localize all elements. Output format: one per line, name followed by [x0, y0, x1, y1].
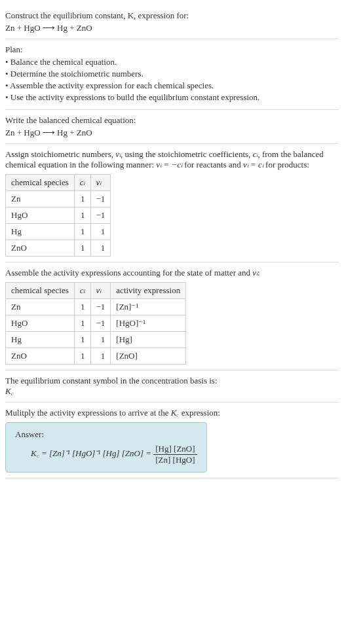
text: Assemble the activity expressions accoun… [5, 268, 252, 277]
cell-c: 1 [74, 315, 90, 332]
table-row: HgO 1 −1 [6, 207, 111, 224]
text: expression: [179, 408, 220, 418]
col-species: chemical species [6, 175, 75, 191]
plan-section: Plan: • Balance the chemical equation. •… [5, 39, 339, 110]
plan-item: • Determine the stoichiometric numbers. [5, 69, 339, 79]
relation: νᵢ = −cᵢ [156, 160, 182, 170]
cell-activity: [ZnO] [111, 348, 186, 365]
col-ci: cᵢ [74, 283, 90, 299]
table-row: ZnO 1 1 [ZnO] [6, 348, 186, 365]
activity-text: Assemble the activity expressions accoun… [5, 268, 339, 278]
table-row: Hg 1 1 [6, 224, 111, 240]
cell-c: 1 [74, 224, 90, 240]
table-row: Zn 1 −1 [6, 191, 111, 207]
table-row: HgO 1 −1 [HgO]⁻¹ [6, 315, 186, 332]
cell-nu: −1 [90, 315, 111, 332]
text: : [258, 268, 260, 277]
plan-header: Plan: [5, 45, 339, 55]
answer-expression: K꜀ = [Zn]⁻¹ [HgO]⁻¹ [Hg] [ZnO] = [Hg] [Z… [31, 444, 197, 465]
answer-box: Answer: K꜀ = [Zn]⁻¹ [HgO]⁻¹ [Hg] [ZnO] =… [5, 422, 207, 473]
cell-c: 1 [74, 299, 90, 315]
intro-equation: Zn + HgO ⟶ Hg + ZnO [5, 23, 339, 33]
plan-item: • Assemble the activity expression for e… [5, 80, 339, 91]
activity-section: Assemble the activity expressions accoun… [5, 262, 339, 370]
table-header-row: chemical species cᵢ νᵢ activity expressi… [6, 283, 186, 299]
cell-activity: [Hg] [111, 332, 186, 348]
stoich-section: Assign stoichiometric numbers, νᵢ, using… [5, 144, 339, 262]
table-header-row: chemical species cᵢ νᵢ [6, 175, 111, 191]
col-nu: νᵢ [90, 283, 111, 299]
text: Assign stoichiometric numbers, [5, 149, 115, 159]
cell-nu: 1 [90, 240, 111, 257]
cell-activity: [Zn]⁻¹ [111, 299, 186, 315]
intro-text: Construct the equilibrium constant, K, e… [5, 10, 339, 21]
plan-list: • Balance the chemical equation. • Deter… [5, 57, 339, 103]
balanced-section: Write the balanced chemical equation: Zn… [5, 110, 339, 144]
nu-symbol: νᵢ [252, 268, 258, 277]
balanced-equation: Zn + HgO ⟶ Hg + ZnO [5, 128, 339, 138]
cell-species: ZnO [6, 240, 75, 257]
table-row: Zn 1 −1 [Zn]⁻¹ [6, 299, 186, 315]
cell-species: Hg [6, 332, 75, 348]
col-ci: cᵢ [74, 175, 90, 191]
text: , using the stoichiometric coefficients, [121, 149, 253, 159]
cell-c: 1 [74, 207, 90, 224]
col-species: chemical species [6, 283, 75, 299]
cell-nu: −1 [90, 207, 111, 224]
intro-section: Construct the equilibrium constant, K, e… [5, 5, 339, 39]
balanced-text: Write the balanced chemical equation: [5, 115, 339, 126]
fraction-numerator: [Hg] [ZnO] [153, 444, 197, 455]
kc-symbol: K꜀ [5, 386, 339, 397]
stoich-table: chemical species cᵢ νᵢ Zn 1 −1 HgO 1 −1 … [5, 174, 111, 257]
plan-item: • Balance the chemical equation. [5, 57, 339, 67]
cell-nu: −1 [90, 191, 111, 207]
cell-c: 1 [74, 348, 90, 365]
cell-species: Hg [6, 224, 75, 240]
cell-c: 1 [74, 332, 90, 348]
multiply-text: Mulitply the activity expressions to arr… [5, 408, 339, 418]
plan-item: • Use the activity expressions to build … [5, 92, 339, 103]
cell-nu: 1 [90, 332, 111, 348]
table-row: ZnO 1 1 [6, 240, 111, 257]
cell-c: 1 [74, 240, 90, 257]
fraction-denominator: [Zn] [HgO] [153, 455, 197, 465]
text: for reactants and [182, 160, 243, 170]
col-activity: activity expression [111, 283, 186, 299]
relation: νᵢ = cᵢ [243, 160, 263, 170]
activity-table: chemical species cᵢ νᵢ activity expressi… [5, 282, 186, 365]
cell-species: HgO [6, 207, 75, 224]
symbol-section: The equilibrium constant symbol in the c… [5, 370, 339, 402]
text: for products: [263, 160, 309, 170]
cell-species: Zn [6, 191, 75, 207]
answer-lhs: K꜀ = [Zn]⁻¹ [HgO]⁻¹ [Hg] [ZnO] = [31, 448, 153, 458]
cell-species: HgO [6, 315, 75, 332]
cell-activity: [HgO]⁻¹ [111, 315, 186, 332]
cell-species: Zn [6, 299, 75, 315]
nu-symbol: νᵢ [115, 149, 121, 159]
table-row: Hg 1 1 [Hg] [6, 332, 186, 348]
stoich-text: Assign stoichiometric numbers, νᵢ, using… [5, 149, 339, 170]
cell-nu: 1 [90, 224, 111, 240]
cell-nu: 1 [90, 348, 111, 365]
col-nu: νᵢ [90, 175, 111, 191]
symbol-text: The equilibrium constant symbol in the c… [5, 376, 339, 386]
cell-c: 1 [74, 191, 90, 207]
fraction: [Hg] [ZnO][Zn] [HgO] [153, 444, 197, 465]
multiply-section: Mulitply the activity expressions to arr… [5, 402, 339, 478]
answer-label: Answer: [15, 429, 197, 440]
kc-symbol: K꜀ [171, 408, 180, 418]
intro-line1: Construct the equilibrium constant, K, e… [5, 10, 189, 20]
cell-species: ZnO [6, 348, 75, 365]
text: Mulitply the activity expressions to arr… [5, 408, 171, 418]
cell-nu: −1 [90, 299, 111, 315]
